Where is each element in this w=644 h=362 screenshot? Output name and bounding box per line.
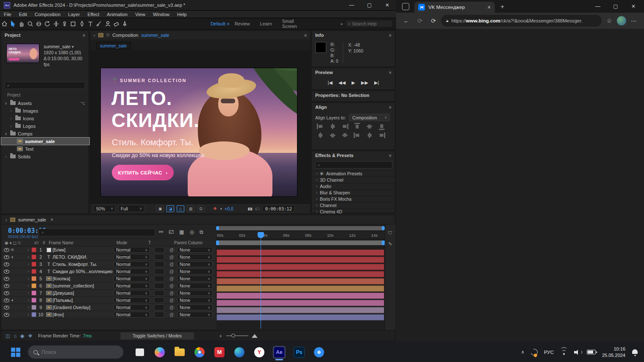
back-icon[interactable]: ← [400, 15, 412, 27]
volume-icon[interactable] [574, 350, 580, 355]
pickwhip-icon[interactable]: @ [169, 248, 177, 252]
track-matte-box[interactable] [154, 276, 164, 282]
refresh-icon[interactable]: ⟳ [427, 15, 439, 27]
label-color-chip[interactable] [31, 305, 36, 310]
fx-cinema-4d[interactable]: ›Cinema 4D [312, 208, 395, 215]
next-frame-icon[interactable]: ▶▶ [361, 80, 368, 86]
distribute-right-icon[interactable] [378, 133, 385, 138]
home-mini-icon[interactable]: ⌂ [14, 333, 17, 339]
show-snapshot-icon[interactable]: 🏷︎ [255, 206, 260, 211]
layer-row-1[interactable]: Φ›1[Блик]Normal∨@None∨ [1, 246, 215, 254]
layer-bar[interactable] [217, 300, 384, 306]
distribute-bottom-icon[interactable] [342, 132, 348, 139]
parent-dropdown[interactable]: None∨ [177, 261, 213, 267]
task-view-button[interactable] [133, 346, 146, 359]
work-area-bar[interactable] [216, 240, 385, 245]
playhead-line[interactable] [261, 232, 261, 329]
blend-mode-dropdown[interactable]: Normal∨ [114, 283, 150, 289]
tree-folder-logos[interactable]: ›Logos [1, 122, 89, 130]
browser-maximize-button[interactable]: ▢ [607, 1, 625, 11]
parent-dropdown[interactable]: None∨ [177, 283, 213, 289]
brush-mini-icon[interactable]: ✎ [388, 241, 392, 247]
layer-bar[interactable] [217, 307, 384, 313]
align-bottom-icon[interactable] [379, 123, 385, 130]
align-center-v-icon[interactable] [367, 123, 372, 130]
play-icon[interactable]: ▶ [352, 80, 355, 86]
layer-bar[interactable] [217, 264, 384, 270]
eye-icon[interactable] [4, 263, 9, 266]
viewer-doc-tab[interactable]: summer_sale [96, 42, 131, 50]
playhead-handle[interactable] [258, 232, 264, 238]
anchor-tool-icon[interactable] [60, 19, 69, 28]
pickwhip-icon[interactable]: @ [169, 255, 177, 260]
layer-row-9[interactable]: ›9[Gradient Overlay]Normal∨@None∨ [1, 304, 215, 311]
favorites-icon[interactable]: ☆ [603, 15, 615, 27]
battery-icon[interactable] [587, 350, 596, 354]
composition-canvas[interactable]: SUMMER COLLECTION ЛЕТО. СКИДКИ. Стиль. К… [101, 68, 297, 196]
pickwhip-icon[interactable]: @ [169, 269, 177, 274]
expand-icon[interactable]: › [25, 276, 31, 281]
align-center-h-icon[interactable] [329, 124, 336, 129]
distribute-v-icon[interactable] [330, 132, 336, 139]
taskbar-search[interactable] [28, 345, 123, 359]
tree-folder-icons[interactable]: ›Icons [1, 115, 89, 122]
parent-dropdown[interactable]: None∨ [177, 247, 213, 253]
workspace-overflow-icon[interactable]: » [340, 21, 343, 26]
label-color-chip[interactable] [31, 247, 36, 252]
menu-help[interactable]: Help [173, 12, 191, 17]
align-right-icon[interactable] [341, 124, 348, 129]
rulers-icon[interactable]: ⊡ [197, 205, 205, 212]
effects-search[interactable]: ⌕ [315, 161, 392, 169]
blend-mode-dropdown[interactable]: Normal∨ [114, 268, 150, 274]
hand-mini-icon[interactable]: ✥ [28, 333, 32, 339]
pickwhip-icon[interactable]: @ [169, 291, 177, 296]
tree-folder-assets[interactable]: ∨Assets⌥ [1, 99, 89, 107]
region-of-interest-icon[interactable]: ▣ [156, 205, 164, 212]
transparency-grid-icon[interactable]: ◪ [167, 205, 174, 212]
tree-folder-images[interactable]: ›Images [1, 107, 89, 114]
resolution-dropdown[interactable]: Full∨ [118, 205, 144, 212]
parent-dropdown[interactable]: None∨ [177, 276, 213, 282]
eye-icon[interactable] [4, 298, 9, 302]
eye-icon[interactable] [4, 313, 9, 317]
tree-item-summer-sale[interactable]: summer_sale [1, 138, 89, 145]
label-color-chip[interactable] [31, 283, 36, 288]
track-matte-box[interactable] [154, 283, 164, 289]
align-top-icon[interactable] [355, 123, 360, 130]
pickwhip-icon[interactable]: @ [169, 312, 177, 317]
guides-icon[interactable]: ▥ [187, 205, 194, 212]
first-frame-icon[interactable]: |◀ [328, 80, 333, 86]
shield-comp-marker-icon[interactable]: 🛡︎ [388, 230, 393, 235]
fx-audio[interactable]: ›Audio [312, 183, 395, 189]
lock-icon[interactable]: ⚿ [106, 33, 110, 38]
zoom-level-dropdown[interactable]: 50%∨ [94, 205, 116, 212]
timeline-back-icon[interactable]: ‹ [6, 217, 7, 222]
blend-mode-dropdown[interactable]: Normal∨ [114, 312, 150, 318]
tree-item-text[interactable]: Text [1, 145, 89, 152]
preview-panel-menu-icon[interactable]: ≡ [389, 70, 391, 75]
layer-bar[interactable] [217, 285, 384, 292]
blend-mode-dropdown[interactable]: Normal∨ [114, 304, 150, 310]
menu-window[interactable]: Window [149, 12, 173, 17]
graph-editor-icon[interactable]: ⧉ [200, 229, 203, 235]
parent-dropdown[interactable]: None∨ [177, 312, 213, 318]
fx-blur-sharpen[interactable]: ›Blur & Sharpen [312, 189, 395, 196]
tray-expand-icon[interactable]: ∧ [521, 349, 525, 355]
expand-icon[interactable]: › [25, 262, 31, 266]
pickwhip-icon[interactable]: @ [169, 276, 177, 281]
eye-icon[interactable] [4, 255, 9, 259]
snapshot-camera-icon[interactable]: 📷︎ [248, 206, 253, 211]
forward-refresh-icon[interactable]: ⟳ [414, 15, 426, 27]
tab-workspaces-icon[interactable] [402, 3, 409, 10]
chrome-button[interactable] [193, 346, 206, 359]
project-search[interactable]: ⌕ [5, 82, 85, 89]
layer-row-5[interactable]: ›5[Кнопка]Normal∨@None∨ [1, 275, 215, 282]
last-frame-icon[interactable]: ▶| [374, 80, 379, 86]
track-matte-box[interactable] [154, 304, 164, 310]
draft-3d-icon[interactable]: 🗠︎ [169, 229, 174, 235]
menu-composition[interactable]: Composition [31, 12, 64, 17]
copilot-button[interactable] [153, 346, 166, 359]
timeline-panel-menu-icon[interactable]: ≡ [51, 217, 53, 222]
yandex-browser-button[interactable]: Y [253, 346, 266, 359]
viewer-timecode[interactable]: 0:00:03:12 [262, 205, 295, 212]
